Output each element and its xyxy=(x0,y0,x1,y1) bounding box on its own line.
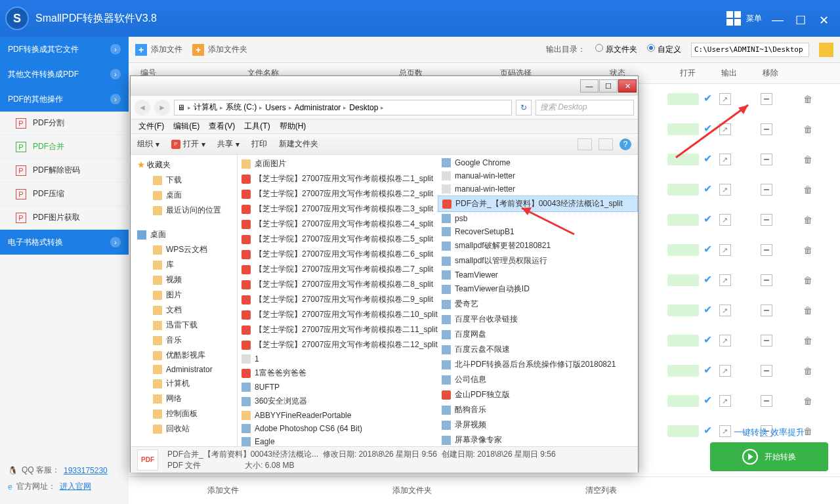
tree-item[interactable]: 回收站 xyxy=(131,421,237,436)
open-icon[interactable]: ↗ xyxy=(719,335,731,346)
open-icon[interactable]: ↗ xyxy=(719,93,731,105)
menu-item[interactable]: 文件(F) xyxy=(135,119,168,133)
open-icon[interactable]: ↗ xyxy=(719,244,731,256)
help-icon[interactable]: ? xyxy=(620,138,631,150)
menu-button[interactable]: 菜单 xyxy=(726,11,762,26)
file-item[interactable]: PDF合并_【考前资料】00043经济法概论1_split xyxy=(438,196,638,212)
foot-add-folder[interactable]: 添加文件夹 xyxy=(318,485,507,496)
file-item[interactable]: 酷狗音乐 xyxy=(438,402,638,417)
dialog-minimize[interactable]: ― xyxy=(580,79,598,93)
sidebar-item-split[interactable]: PPDF分割 xyxy=(0,112,129,135)
dialog-close[interactable]: ✕ xyxy=(618,79,637,93)
output-path-input[interactable] xyxy=(691,43,809,57)
menu-item[interactable]: 工具(T) xyxy=(240,119,274,133)
open-icon[interactable]: ↗ xyxy=(719,395,731,407)
file-item[interactable]: 屏幕录像专家 xyxy=(438,432,638,446)
trash-icon[interactable]: 🗑 xyxy=(803,275,812,285)
output-icon[interactable] xyxy=(761,154,772,165)
breadcrumb[interactable]: 🖥▸计算机▸系统 (C:)▸Users▸Administrator▸Deskto… xyxy=(174,100,512,116)
open-icon[interactable]: ↗ xyxy=(719,304,731,316)
output-icon[interactable] xyxy=(761,244,772,256)
tree-item[interactable]: Administrator xyxy=(131,363,237,376)
tool-print[interactable]: 打印 xyxy=(251,138,267,150)
tree-item[interactable]: 控制面板 xyxy=(131,406,237,421)
file-item[interactable]: 【芝士学院】27007应用文写作考前模拟卷二8_split xyxy=(238,277,438,292)
trash-icon[interactable]: 🗑 xyxy=(803,335,812,346)
open-icon[interactable]: ↗ xyxy=(719,274,731,286)
file-item[interactable]: Google Chrome xyxy=(438,156,638,169)
open-icon[interactable]: ↗ xyxy=(719,123,731,135)
trash-icon[interactable]: 🗑 xyxy=(803,305,812,316)
tree-item[interactable]: 迅雷下载 xyxy=(131,318,237,333)
file-item[interactable]: TeamViewer自动换ID xyxy=(438,282,638,297)
view-mode-icon[interactable] xyxy=(578,138,592,150)
file-item[interactable]: manual-win-letter xyxy=(438,182,638,196)
trash-icon[interactable]: 🗑 xyxy=(803,245,812,255)
file-item[interactable]: 【芝士学院】27007应用文写作考前模拟卷二10_split xyxy=(238,307,438,322)
open-icon[interactable]: ↗ xyxy=(719,154,731,165)
nav-fwd[interactable]: ► xyxy=(154,100,170,116)
tree-item[interactable]: 桌面 xyxy=(131,188,237,203)
browse-button[interactable] xyxy=(819,43,833,57)
preview-pane-icon[interactable] xyxy=(598,138,613,150)
file-item[interactable]: 8UFTP xyxy=(238,381,438,394)
output-icon[interactable] xyxy=(761,274,772,286)
open-icon[interactable]: ↗ xyxy=(719,214,731,226)
file-item[interactable]: 360安全浏览器 xyxy=(238,394,438,409)
trash-icon[interactable]: 🗑 xyxy=(803,154,812,165)
tree-item[interactable]: 音乐 xyxy=(131,333,237,348)
file-item[interactable]: Adobe Photoshop CS6 (64 Bit) xyxy=(238,422,438,435)
tool-newfolder[interactable]: 新建文件夹 xyxy=(279,138,318,150)
tree-item[interactable]: 计算机 xyxy=(131,376,237,391)
tree-item[interactable]: 图片 xyxy=(131,287,237,303)
site-link[interactable]: 进入官网 xyxy=(60,481,91,492)
close-button[interactable]: ✕ xyxy=(819,13,830,24)
trash-icon[interactable]: 🗑 xyxy=(803,184,812,195)
foot-clear[interactable]: 清空列表 xyxy=(507,485,696,496)
tree-item[interactable]: 最近访问的位置 xyxy=(131,203,237,218)
tree-item[interactable]: 库 xyxy=(131,257,237,272)
file-item[interactable]: 百度云盘不限速 xyxy=(438,342,638,357)
file-item[interactable]: 百度平台收录链接 xyxy=(438,312,638,327)
menu-item[interactable]: 帮助(H) xyxy=(276,119,310,133)
file-item[interactable]: smallpdf破解更替20180821 xyxy=(438,238,638,253)
minimize-button[interactable]: ― xyxy=(772,13,782,24)
trash-icon[interactable]: 🗑 xyxy=(803,124,812,135)
add-file-button[interactable]: +添加文件 xyxy=(135,44,182,56)
file-item[interactable]: Eagle xyxy=(238,435,438,446)
tree-item[interactable]: 文档 xyxy=(131,303,237,318)
sidebar-item-compress[interactable]: PPDF压缩 xyxy=(0,182,129,206)
tool-share[interactable]: 共享 ▾ xyxy=(217,138,240,150)
sidebar-item-merge[interactable]: PPDF合并 xyxy=(0,135,129,159)
file-item[interactable]: 1富爸爸穷爸爸 xyxy=(238,366,438,381)
start-convert-button[interactable]: 开始转换 xyxy=(710,442,828,471)
output-icon[interactable] xyxy=(761,395,772,407)
add-folder-button[interactable]: +添加文件夹 xyxy=(192,44,247,56)
file-item[interactable]: RecoverSetupB1 xyxy=(438,225,638,238)
radio-custom[interactable]: 自定义 xyxy=(647,44,681,55)
file-item[interactable]: psb xyxy=(438,212,638,225)
file-item[interactable]: 【芝士学院】27007应用文写作考前模拟卷二2_split xyxy=(238,186,438,201)
file-item[interactable]: 【芝士学院】27007应用文写作考前模拟卷二11_split xyxy=(238,322,438,337)
sidebar-item-image[interactable]: PPDF图片获取 xyxy=(0,206,129,230)
file-item[interactable]: 北斗PDF转换器后台系统操作修订版20180821 xyxy=(438,357,638,372)
nav-back[interactable]: ◄ xyxy=(135,100,150,116)
file-item[interactable]: smallpdf以管理员权限运行 xyxy=(438,253,638,268)
sidebar-item-unlock[interactable]: PPDF解除密码 xyxy=(0,159,129,182)
qq-link[interactable]: 1933175230 xyxy=(64,466,108,475)
file-item[interactable]: 金山PDF独立版 xyxy=(438,387,638,402)
sidebar-cat-0[interactable]: PDF转换成其它文件› xyxy=(0,37,129,62)
tool-organize[interactable]: 组织 ▾ xyxy=(137,138,159,150)
output-icon[interactable] xyxy=(761,184,772,196)
file-item[interactable]: ABBYYFineReaderPortable xyxy=(238,409,438,422)
tree-item[interactable]: WPS云文档 xyxy=(131,242,237,257)
output-icon[interactable] xyxy=(761,123,772,135)
file-item[interactable]: 【芝士学院】27007应用文写作考前模拟卷二9_split xyxy=(238,292,438,307)
menu-item[interactable]: 编辑(E) xyxy=(169,119,203,133)
menu-item[interactable]: 查看(V) xyxy=(205,119,239,133)
tool-open[interactable]: P打开 ▾ xyxy=(171,138,205,150)
tree-item[interactable]: 桌面 xyxy=(131,227,237,242)
output-icon[interactable] xyxy=(761,304,772,316)
file-item[interactable]: 爱奇艺 xyxy=(438,297,638,312)
tree-item[interactable]: 下载 xyxy=(131,173,237,188)
